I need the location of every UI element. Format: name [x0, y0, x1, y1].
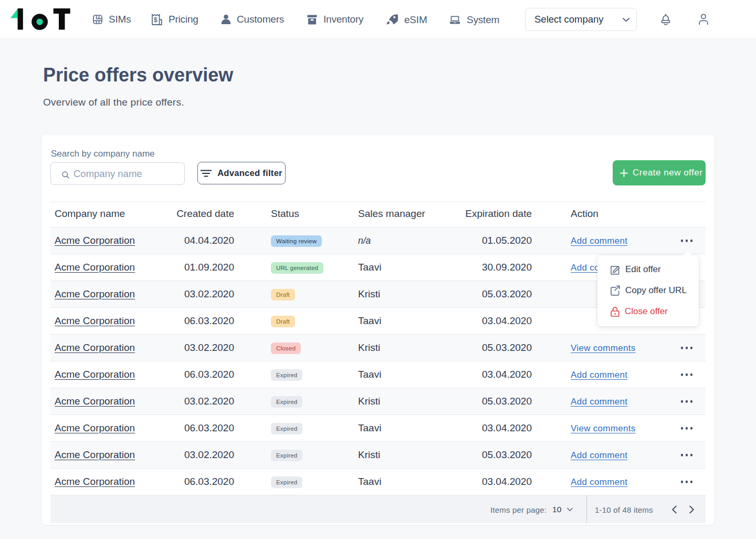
svg-text:$: $ — [154, 16, 158, 24]
